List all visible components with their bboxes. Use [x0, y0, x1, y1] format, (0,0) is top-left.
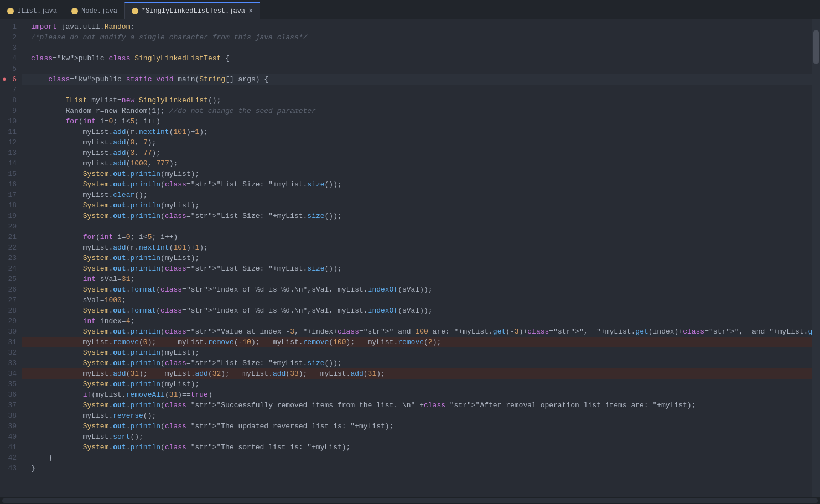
code-line-20	[22, 221, 812, 232]
line-number-26: 26	[3, 284, 17, 295]
code-line-15: System.out.println(myList);	[22, 169, 812, 179]
line-number-30: 30	[3, 326, 17, 337]
line-number-17: 17	[3, 190, 17, 200]
close-icon-singlytest[interactable]: ×	[248, 7, 253, 15]
code-line-11: myList.add(r.nextInt(101)+1);	[22, 127, 812, 137]
tab-label-ilist: IList.java	[17, 7, 57, 15]
scrollbar-track[interactable]	[2, 498, 818, 503]
code-line-13: myList.add(3, 77);	[22, 148, 812, 158]
code-line-34: myList.add(31); myList.add(32); myList.a…	[22, 368, 812, 379]
line-number-35: 35	[3, 379, 17, 389]
tab-icon-node	[71, 8, 78, 14]
line-number-34: 34	[3, 368, 17, 379]
code-line-27: sVal=1000;	[22, 295, 812, 305]
line-number-25: 25	[3, 274, 17, 284]
line-number-28: 28	[3, 305, 17, 316]
line-number-40: 40	[3, 432, 17, 442]
line-number-6: 6	[3, 74, 17, 85]
tab-bar: IList.java Node.java *SinglyLinkedListTe…	[0, 0, 820, 19]
line-number-33: 33	[3, 358, 17, 368]
code-line-17: myList.clear();	[22, 190, 812, 200]
code-line-38: myList.reverse();	[22, 411, 812, 421]
code-line-24: System.out.println(class="str">"List Siz…	[22, 263, 812, 274]
tab-icon-singlytest	[132, 8, 138, 14]
line-number-20: 20	[3, 221, 17, 232]
line-number-19: 19	[3, 211, 17, 221]
code-line-14: myList.add(1000, 777);	[22, 158, 812, 169]
line-number-42: 42	[3, 453, 17, 463]
code-line-10: for(int i=0; i<5; i++)	[22, 116, 812, 127]
code-line-4: class="kw">public class SinglyLinkedList…	[22, 53, 812, 64]
line-number-43: 43	[3, 463, 17, 474]
line-number-10: 10	[3, 116, 17, 127]
code-line-39: System.out.println(class="str">"The upda…	[22, 421, 812, 432]
line-number-39: 39	[3, 421, 17, 432]
line-number-16: 16	[3, 179, 17, 190]
tab-singlytest[interactable]: *SinglyLinkedListTest.java ×	[124, 2, 261, 19]
line-number-18: 18	[3, 200, 17, 211]
line-number-36: 36	[3, 389, 17, 400]
line-number-27: 27	[3, 295, 17, 305]
code-line-42: }	[22, 453, 812, 463]
line-number-29: 29	[3, 316, 17, 326]
line-number-38: 38	[3, 411, 17, 421]
code-line-31: myList.remove(0); myList.remove(-10); my…	[22, 337, 812, 347]
line-number-7: 7	[3, 85, 17, 95]
line-number-13: 13	[3, 148, 17, 158]
line-number-9: 9	[3, 106, 17, 116]
code-line-9: Random r=new Random(1); //do not change …	[22, 106, 812, 116]
code-line-2: /*please do not modify a single characte…	[22, 32, 812, 43]
line-number-2: 2	[3, 32, 17, 43]
line-number-8: 8	[3, 95, 17, 106]
line-number-15: 15	[3, 169, 17, 179]
line-number-22: 22	[3, 242, 17, 253]
code-content[interactable]: import java.util.Random;/*please do not …	[22, 19, 812, 497]
line-numbers: 1234567891011121314151617181920212223242…	[0, 19, 22, 497]
tab-icon-ilist	[7, 8, 14, 14]
line-number-41: 41	[3, 442, 17, 453]
code-line-3	[22, 43, 812, 53]
line-number-37: 37	[3, 400, 17, 411]
code-line-21: for(int i=0; i<5; i++)	[22, 232, 812, 242]
code-line-29: int index=4;	[22, 316, 812, 326]
code-line-30: System.out.println(class="str">"Value at…	[22, 326, 812, 337]
tab-ilist[interactable]: IList.java	[0, 2, 64, 19]
code-line-40: myList.sort();	[22, 432, 812, 442]
code-line-8: IList myList=new SinglyLinkedList();	[22, 95, 812, 106]
code-line-32: System.out.println(myList);	[22, 347, 812, 358]
code-line-18: System.out.println(myList);	[22, 200, 812, 211]
tab-node[interactable]: Node.java	[64, 2, 124, 19]
line-number-1: 1	[3, 22, 17, 32]
code-line-25: int sVal=31;	[22, 274, 812, 284]
line-number-23: 23	[3, 253, 17, 263]
line-number-4: 4	[3, 53, 17, 64]
code-line-5	[22, 64, 812, 74]
code-line-22: myList.add(r.nextInt(101)+1);	[22, 242, 812, 253]
line-number-32: 32	[3, 347, 17, 358]
editor-area: 1234567891011121314151617181920212223242…	[0, 19, 820, 497]
code-line-6: class="kw">public static void main(Strin…	[22, 74, 812, 85]
line-number-24: 24	[3, 263, 17, 274]
code-line-35: System.out.println(myList);	[22, 379, 812, 389]
code-line-28: System.out.format(class="str">"Index of …	[22, 305, 812, 316]
line-number-3: 3	[3, 43, 17, 53]
line-number-31: 31	[3, 337, 17, 347]
code-line-43: }	[22, 463, 812, 474]
code-line-37: System.out.println(class="str">"Successf…	[22, 400, 812, 411]
code-line-7	[22, 85, 812, 95]
tab-label-singlytest: *SinglyLinkedListTest.java	[142, 7, 245, 15]
code-line-19: System.out.println(class="str">"List Siz…	[22, 211, 812, 221]
bottom-scrollbar	[0, 497, 820, 504]
code-line-16: System.out.println(class="str">"List Siz…	[22, 179, 812, 190]
line-number-14: 14	[3, 158, 17, 169]
code-line-23: System.out.println(myList);	[22, 253, 812, 263]
code-line-33: System.out.println(class="str">"List Siz…	[22, 358, 812, 368]
vertical-scrollbar[interactable]	[812, 19, 820, 497]
line-number-5: 5	[3, 64, 17, 74]
scrollbar-thumb[interactable]	[813, 30, 819, 64]
line-number-21: 21	[3, 232, 17, 242]
line-number-11: 11	[3, 127, 17, 137]
code-line-26: System.out.format(class="str">"Index of …	[22, 284, 812, 295]
code-line-36: if(myList.removeAll(31)==true)	[22, 389, 812, 400]
code-line-41: System.out.println(class="str">"The sort…	[22, 442, 812, 453]
